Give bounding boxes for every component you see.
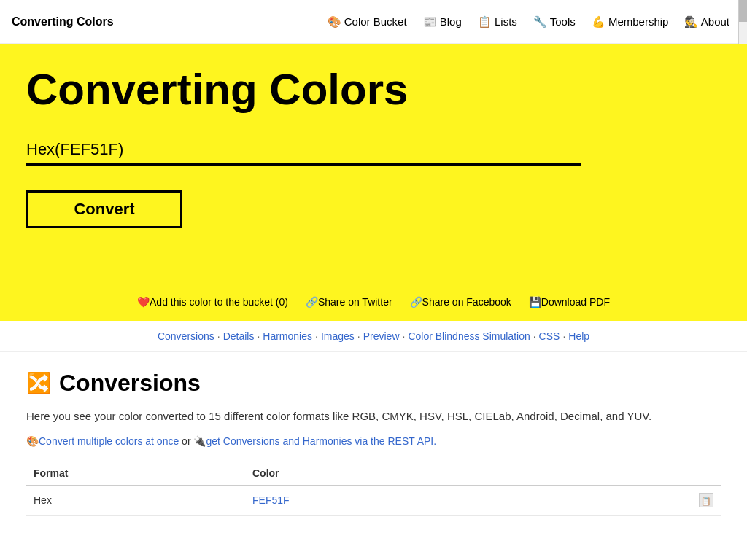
- column-format: Format: [26, 462, 245, 486]
- rest-api-link[interactable]: get Conversions and Harmonies via the RE…: [206, 435, 436, 447]
- sub-nav-separator: ·: [257, 330, 260, 342]
- conversions-heading: Conversions: [59, 370, 201, 397]
- table-row: HexFEF51F📋: [26, 485, 721, 515]
- nav-link-tools[interactable]: 🔧 Tools: [527, 12, 581, 31]
- sub-navigation: Conversions·Details·Harmonies·Images·Pre…: [0, 321, 747, 352]
- sub-nav-item-conversions[interactable]: Conversions: [158, 330, 214, 342]
- convert-multiple-link[interactable]: Convert multiple colors at once: [39, 435, 179, 447]
- sub-nav-separator: ·: [315, 330, 318, 342]
- sub-nav-item-images[interactable]: Images: [321, 330, 355, 342]
- copy-button[interactable]: 📋: [699, 493, 713, 508]
- nav-link-lists[interactable]: 📋 Lists: [472, 12, 523, 31]
- column-color: Color: [245, 462, 692, 486]
- sub-nav-separator: ·: [403, 330, 406, 342]
- table-cell-color: FEF51F: [245, 485, 692, 515]
- navbar: Converting Colors 🎨 Color Bucket📰 Blog📋 …: [0, 0, 747, 44]
- hero-action-link[interactable]: 🔗Share on Facebook: [410, 296, 511, 308]
- nav-link-blog[interactable]: 📰 Blog: [417, 12, 468, 31]
- column-action: [692, 462, 721, 486]
- sub-nav-item-color-blindness-simulation[interactable]: Color Blindness Simulation: [408, 330, 530, 342]
- hero-title: Converting Colors: [26, 66, 721, 114]
- conversions-links: 🎨Convert multiple colors at once or 🔌get…: [26, 435, 721, 447]
- scrollbar-thumb[interactable]: [739, 0, 747, 22]
- table-cell-action: 📋: [692, 485, 721, 515]
- nav-link-colorbucket[interactable]: 🎨 Color Bucket: [322, 12, 413, 31]
- color-value-link[interactable]: FEF51F: [252, 494, 290, 506]
- convert-multi-icon: 🎨: [26, 435, 39, 447]
- sub-nav-item-preview[interactable]: Preview: [363, 330, 400, 342]
- rest-api-icon: 🔌: [193, 435, 206, 447]
- hero-actions: ❤️Add this color to the bucket (0)🔗Share…: [0, 296, 747, 308]
- table-body: HexFEF51F📋: [26, 485, 721, 515]
- hero-section: Converting Colors Convert ❤️Add this col…: [0, 44, 747, 321]
- conversions-section-title: 🔀 Conversions: [26, 370, 721, 397]
- scrollbar-track[interactable]: [738, 0, 747, 44]
- conversions-table: Format Color HexFEF51F📋: [26, 462, 721, 516]
- conversions-icon: 🔀: [26, 371, 52, 395]
- hero-action-link[interactable]: 💾Download PDF: [529, 296, 610, 308]
- sub-nav-item-help[interactable]: Help: [568, 330, 589, 342]
- nav-links: 🎨 Color Bucket📰 Blog📋 Lists🔧 Tools💪 Memb…: [322, 12, 735, 31]
- nav-link-membership[interactable]: 💪 Membership: [586, 12, 675, 31]
- color-input[interactable]: [26, 136, 581, 166]
- sub-nav-separator: ·: [357, 330, 360, 342]
- sub-nav-separator: ·: [217, 330, 220, 342]
- sub-nav-separator: ·: [533, 330, 536, 342]
- sub-nav-item-harmonies[interactable]: Harmonies: [263, 330, 312, 342]
- table-header-row: Format Color: [26, 462, 721, 486]
- conversions-description: Here you see your color converted to 15 …: [26, 408, 721, 425]
- convert-button[interactable]: Convert: [26, 190, 182, 228]
- nav-link-about[interactable]: 🕵️ About: [678, 12, 735, 31]
- hero-action-link[interactable]: ❤️Add this color to the bucket (0): [137, 296, 288, 308]
- hero-action-link[interactable]: 🔗Share on Twitter: [306, 296, 392, 308]
- table-header: Format Color: [26, 462, 721, 486]
- sub-nav-separator: ·: [562, 330, 565, 342]
- sub-nav-item-details[interactable]: Details: [223, 330, 255, 342]
- main-content: 🔀 Conversions Here you see your color co…: [0, 352, 747, 533]
- table-cell-format: Hex: [26, 485, 245, 515]
- sub-nav-item-css[interactable]: CSS: [539, 330, 560, 342]
- site-logo[interactable]: Converting Colors: [12, 15, 114, 28]
- color-input-container: [26, 136, 581, 166]
